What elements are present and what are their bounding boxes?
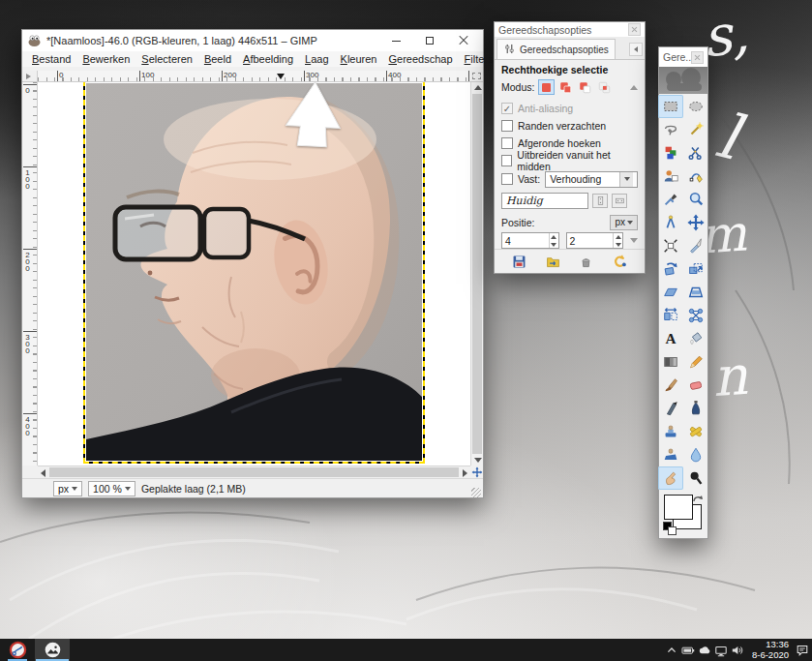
onedrive-cloud-icon[interactable] bbox=[696, 639, 712, 661]
menu-selecteren[interactable]: Selecteren bbox=[135, 51, 198, 67]
menu-laag[interactable]: Laag bbox=[299, 51, 334, 67]
horizontal-ruler[interactable]: 0100200300400500 bbox=[38, 71, 470, 82]
mode-subtract-icon[interactable] bbox=[577, 79, 593, 95]
network-icon[interactable] bbox=[712, 639, 729, 661]
vertical-ruler[interactable]: 0100200300400 bbox=[22, 82, 38, 466]
tool-flip[interactable] bbox=[658, 304, 683, 327]
tool-paintbrush[interactable] bbox=[658, 374, 683, 397]
menu-kleuren[interactable]: Kleuren bbox=[335, 51, 383, 67]
fixed-checkbox[interactable] bbox=[501, 173, 513, 185]
tool-eraser[interactable] bbox=[683, 374, 708, 397]
maximize-button[interactable] bbox=[415, 31, 444, 50]
dock-menu-button[interactable] bbox=[629, 43, 643, 56]
tool-ellipse-select[interactable] bbox=[683, 95, 708, 118]
fixed-mode-select[interactable]: Verhouding bbox=[545, 171, 638, 188]
ratio-input[interactable]: Huidig bbox=[501, 193, 588, 209]
close-icon[interactable] bbox=[628, 23, 641, 36]
checkbox-randen-verzachten[interactable]: Randen verzachten bbox=[501, 117, 638, 135]
reset-options-button[interactable] bbox=[610, 251, 631, 272]
tool-rotate[interactable] bbox=[658, 257, 683, 281]
tool-blur-sharpen[interactable] bbox=[683, 443, 708, 466]
chevron-up-icon[interactable] bbox=[663, 639, 679, 661]
close-button[interactable] bbox=[449, 31, 478, 50]
checkbox-anti-aliasing[interactable]: Anti-aliasing bbox=[501, 100, 638, 117]
action-center-icon[interactable] bbox=[794, 639, 810, 661]
tool-free-select[interactable] bbox=[658, 118, 683, 141]
zoom-follow-toggle-icon[interactable] bbox=[470, 71, 483, 82]
tool-color-picker[interactable] bbox=[658, 188, 683, 211]
toolbox-titlebar[interactable]: Gere... bbox=[659, 47, 707, 67]
swap-colors-icon[interactable] bbox=[692, 494, 704, 505]
tool-clone[interactable] bbox=[658, 420, 683, 443]
menu-bewerken[interactable]: Bewerken bbox=[76, 51, 135, 67]
restore-presets-button[interactable] bbox=[542, 251, 563, 272]
pan-view-button[interactable] bbox=[470, 466, 483, 478]
image-canvas[interactable] bbox=[38, 82, 470, 466]
menu-gereedschap[interactable]: Gereedschap bbox=[382, 51, 458, 67]
taskbar-clock[interactable]: 13:36 8-6-2020 bbox=[746, 640, 793, 660]
tool-measure[interactable] bbox=[658, 211, 683, 234]
tool-unified-transform[interactable] bbox=[683, 304, 708, 327]
tool-ink[interactable] bbox=[683, 397, 708, 420]
checkbox-box[interactable] bbox=[501, 120, 513, 132]
tool-select-by-color[interactable] bbox=[658, 141, 683, 165]
tool-shear[interactable] bbox=[658, 281, 683, 304]
position-x-spinner[interactable]: 4 bbox=[501, 232, 559, 249]
tool-move[interactable] bbox=[683, 211, 708, 234]
tool-foreground-select[interactable] bbox=[658, 165, 683, 188]
tool-perspective-clone[interactable] bbox=[658, 443, 683, 466]
tool-scale[interactable] bbox=[683, 257, 708, 281]
minimize-button[interactable] bbox=[381, 31, 410, 50]
foreground-color-swatch[interactable] bbox=[664, 495, 693, 520]
close-icon[interactable] bbox=[691, 51, 704, 64]
vertical-scrollbar[interactable] bbox=[470, 82, 483, 466]
tool-options-titlebar[interactable]: Gereedschapsopties bbox=[495, 22, 645, 37]
tool-crop[interactable] bbox=[683, 234, 708, 257]
mode-replace-icon[interactable] bbox=[538, 79, 555, 95]
menu-beeld[interactable]: Beeld bbox=[198, 51, 237, 67]
tool-gradient[interactable] bbox=[658, 350, 683, 374]
tool-rectangle-select[interactable] bbox=[658, 95, 683, 118]
tool-airbrush[interactable] bbox=[658, 397, 683, 420]
checkbox-box[interactable] bbox=[501, 103, 513, 114]
tool-heal[interactable] bbox=[683, 420, 708, 443]
tab-tool-options[interactable]: Gereedschapsopties bbox=[496, 39, 616, 59]
checkbox-label: Randen verzachten bbox=[518, 120, 606, 132]
taskbar-snip-app-icon[interactable] bbox=[0, 639, 35, 661]
checkbox-box[interactable] bbox=[501, 137, 513, 149]
tool-pencil[interactable] bbox=[683, 350, 708, 374]
landscape-toggle-icon[interactable] bbox=[612, 194, 627, 208]
scroll-up-icon[interactable] bbox=[630, 85, 638, 90]
tool-bucket-fill[interactable] bbox=[683, 327, 708, 350]
menu-afbeelding[interactable]: Afbeelding bbox=[237, 51, 299, 67]
gimp-titlebar[interactable]: *[Naamloos]-46.0 (RGB-kleuren, 1 laag) 4… bbox=[22, 30, 483, 51]
tool-perspective[interactable] bbox=[683, 281, 708, 304]
battery-icon[interactable] bbox=[679, 639, 696, 661]
tool-text[interactable]: A bbox=[658, 327, 683, 350]
speaker-icon[interactable] bbox=[729, 639, 745, 661]
scroll-down-icon[interactable] bbox=[630, 238, 638, 243]
tool-alignment[interactable] bbox=[658, 234, 683, 257]
taskbar-photos-app-icon[interactable] bbox=[35, 639, 70, 661]
mode-add-icon[interactable] bbox=[557, 79, 574, 95]
tool-scissors-select[interactable] bbox=[683, 141, 708, 165]
tool-dodge-burn[interactable] bbox=[683, 466, 708, 490]
tool-smudge[interactable] bbox=[658, 466, 683, 490]
zoom-select[interactable]: 100 % bbox=[88, 481, 135, 496]
mode-intersect-icon[interactable] bbox=[596, 79, 613, 95]
ruler-corner-menu-button[interactable] bbox=[22, 71, 38, 82]
delete-presets-button[interactable] bbox=[576, 251, 597, 272]
checkbox-box[interactable] bbox=[501, 155, 512, 166]
position-unit-select[interactable]: px bbox=[610, 215, 638, 230]
tool-zoom[interactable] bbox=[683, 188, 708, 211]
portrait-toggle-icon[interactable] bbox=[592, 194, 608, 208]
unit-select[interactable]: px bbox=[53, 481, 82, 496]
tool-paths[interactable] bbox=[683, 165, 708, 188]
save-presets-button[interactable] bbox=[508, 251, 529, 272]
checkbox-uitbreiden-vanuit-het-midden[interactable]: Uitbreiden vanuit het midden bbox=[501, 152, 638, 169]
tool-fuzzy-select[interactable] bbox=[683, 118, 708, 141]
resize-grip[interactable] bbox=[471, 488, 481, 497]
horizontal-scrollbar[interactable] bbox=[38, 466, 470, 478]
menu-bestand[interactable]: Bestand bbox=[26, 51, 76, 67]
position-y-spinner[interactable]: 2 bbox=[566, 232, 624, 249]
